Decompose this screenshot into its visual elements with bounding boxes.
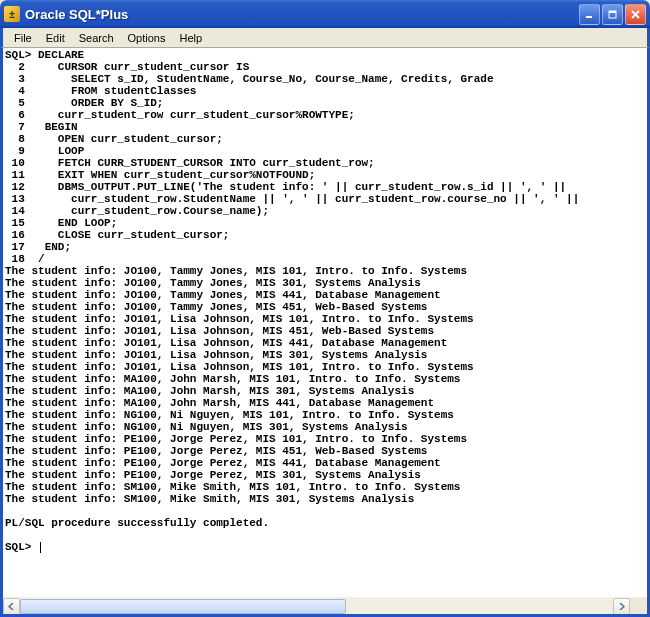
maximize-button[interactable] bbox=[602, 4, 623, 25]
line-number: 17 bbox=[12, 241, 25, 253]
output-line: The student info: JO101, Lisa Johnson, M… bbox=[5, 313, 474, 325]
code-line: END LOOP; bbox=[58, 217, 117, 229]
code-line: curr_student_row.StudentName || ', ' || … bbox=[71, 193, 579, 205]
window-title: Oracle SQL*Plus bbox=[25, 7, 579, 22]
scroll-right-button[interactable] bbox=[613, 598, 630, 615]
code-line: DECLARE bbox=[38, 49, 84, 61]
output-line: The student info: JO101, Lisa Johnson, M… bbox=[5, 325, 434, 337]
output-line: The student info: NG100, Ni Nguyen, MIS … bbox=[5, 421, 408, 433]
output-line: The student info: PE100, Jorge Perez, MI… bbox=[5, 433, 467, 445]
horizontal-scrollbar bbox=[3, 597, 647, 614]
line-number: 18 bbox=[12, 253, 25, 265]
code-line: CLOSE curr_student_cursor; bbox=[58, 229, 230, 241]
line-number: 7 bbox=[18, 121, 25, 133]
output-line: The student info: MA100, John Marsh, MIS… bbox=[5, 385, 414, 397]
chevron-right-icon bbox=[618, 603, 625, 610]
svg-rect-2 bbox=[609, 11, 616, 13]
output-line: The student info: JO101, Lisa Johnson, M… bbox=[5, 337, 447, 349]
output-line: The student info: NG100, Ni Nguyen, MIS … bbox=[5, 409, 454, 421]
minimize-button[interactable] bbox=[579, 4, 600, 25]
close-button[interactable] bbox=[625, 4, 646, 25]
text-cursor bbox=[40, 542, 41, 553]
output-line: The student info: PE100, Jorge Perez, MI… bbox=[5, 469, 421, 481]
output-line: The student info: MA100, John Marsh, MIS… bbox=[5, 373, 460, 385]
code-line: curr_student_row.Course_name); bbox=[71, 205, 269, 217]
output-line: The student info: JO100, Tammy Jones, MI… bbox=[5, 277, 421, 289]
maximize-icon bbox=[608, 10, 617, 19]
menubar: File Edit Search Options Help bbox=[0, 28, 650, 48]
code-line: OPEN curr_student_cursor; bbox=[58, 133, 223, 145]
code-line: BEGIN bbox=[45, 121, 78, 133]
line-number: 11 bbox=[12, 169, 25, 181]
window-buttons bbox=[579, 4, 646, 25]
line-number: 2 bbox=[18, 61, 25, 73]
code-line: / bbox=[38, 253, 45, 265]
output-line: The student info: JO101, Lisa Johnson, M… bbox=[5, 349, 427, 361]
content-area: SQL> DECLARE 2 CURSOR curr_student_curso… bbox=[0, 48, 650, 617]
code-line: ORDER BY S_ID; bbox=[71, 97, 163, 109]
app-icon: ± bbox=[4, 6, 20, 22]
sql-prompt: SQL> bbox=[5, 541, 38, 553]
menu-edit[interactable]: Edit bbox=[39, 30, 72, 46]
output-line: The student info: MA100, John Marsh, MIS… bbox=[5, 397, 434, 409]
code-line: LOOP bbox=[58, 145, 84, 157]
output-line: The student info: SM100, Mike Smith, MIS… bbox=[5, 481, 460, 493]
output-line: The student info: JO100, Tammy Jones, MI… bbox=[5, 301, 427, 313]
code-line: DBMS_OUTPUT.PUT_LINE('The student info: … bbox=[58, 181, 566, 193]
output-line: The student info: JO101, Lisa Johnson, M… bbox=[5, 361, 474, 373]
code-line: END; bbox=[45, 241, 71, 253]
line-number: 6 bbox=[18, 109, 25, 121]
code-line: curr_student_row curr_student_cursor%ROW… bbox=[58, 109, 355, 121]
menu-search[interactable]: Search bbox=[72, 30, 121, 46]
code-line: FROM studentClasses bbox=[71, 85, 196, 97]
output-line: The student info: PE100, Jorge Perez, MI… bbox=[5, 445, 427, 457]
code-line: CURSOR curr_student_cursor IS bbox=[58, 61, 249, 73]
sql-prompt: SQL> bbox=[5, 49, 31, 61]
line-number: 8 bbox=[18, 133, 25, 145]
scroll-corner bbox=[630, 598, 647, 615]
svg-rect-0 bbox=[586, 16, 592, 18]
line-number: 15 bbox=[12, 217, 25, 229]
output-line: The student info: SM100, Mike Smith, MIS… bbox=[5, 493, 414, 505]
code-line: EXIT WHEN curr_student_cursor%NOTFOUND; bbox=[58, 169, 315, 181]
line-number: 14 bbox=[12, 205, 25, 217]
output-line: The student info: JO100, Tammy Jones, MI… bbox=[5, 265, 467, 277]
terminal-output[interactable]: SQL> DECLARE 2 CURSOR curr_student_curso… bbox=[3, 48, 647, 597]
output-line: The student info: JO100, Tammy Jones, MI… bbox=[5, 289, 441, 301]
line-number: 10 bbox=[12, 157, 25, 169]
line-number: 16 bbox=[12, 229, 25, 241]
minimize-icon bbox=[585, 10, 594, 19]
status-message: PL/SQL procedure successfully completed. bbox=[5, 517, 269, 529]
scroll-track[interactable] bbox=[20, 598, 613, 614]
menu-file[interactable]: File bbox=[7, 30, 39, 46]
chevron-left-icon bbox=[8, 603, 15, 610]
code-line: SELECT s_ID, StudentName, Course_No, Cou… bbox=[71, 73, 493, 85]
close-icon bbox=[631, 10, 640, 19]
scroll-left-button[interactable] bbox=[3, 598, 20, 615]
line-number: 13 bbox=[12, 193, 25, 205]
line-number: 9 bbox=[18, 145, 25, 157]
line-number: 4 bbox=[18, 85, 25, 97]
menu-options[interactable]: Options bbox=[121, 30, 173, 46]
line-number: 12 bbox=[12, 181, 25, 193]
line-number: 5 bbox=[18, 97, 25, 109]
output-line: The student info: PE100, Jorge Perez, MI… bbox=[5, 457, 441, 469]
titlebar[interactable]: ± Oracle SQL*Plus bbox=[0, 0, 650, 28]
scroll-thumb[interactable] bbox=[20, 599, 346, 614]
menu-help[interactable]: Help bbox=[172, 30, 209, 46]
line-number: 3 bbox=[18, 73, 25, 85]
code-line: FETCH CURR_STUDENT_CURSOR INTO curr_stud… bbox=[58, 157, 375, 169]
